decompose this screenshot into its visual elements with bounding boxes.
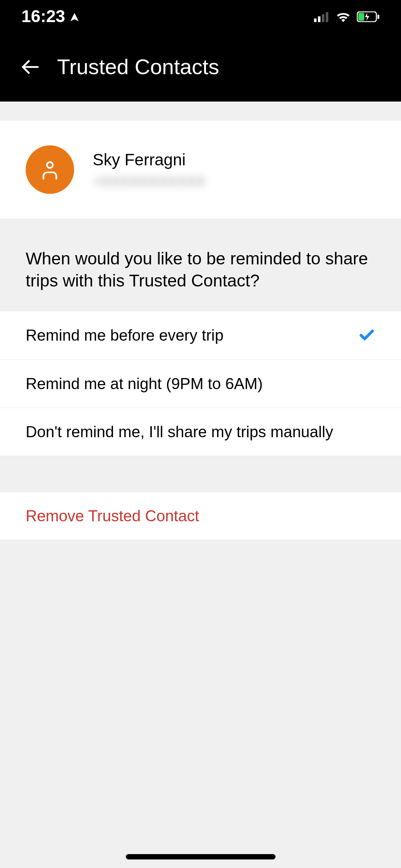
battery-icon	[357, 6, 380, 26]
contact-name: Sky Ferragni	[93, 150, 206, 169]
reminder-question: When would you like to be reminded to sh…	[26, 248, 375, 292]
home-indicator[interactable]	[126, 854, 276, 859]
status-bar: 16:23	[0, 0, 401, 32]
status-icons	[314, 6, 380, 26]
status-time: 16:23	[21, 6, 65, 26]
app-header: Trusted Contacts	[0, 32, 401, 102]
svg-rect-6	[377, 15, 379, 19]
status-time-area: 16:23	[21, 6, 79, 26]
contact-phone: +XXXXXXXXXXX	[93, 174, 206, 190]
page-title: Trusted Contacts	[57, 55, 219, 79]
svg-rect-3	[326, 12, 328, 22]
reminder-question-section: When would you like to be reminded to sh…	[0, 219, 401, 311]
check-icon	[358, 326, 375, 345]
option-every-trip[interactable]: Remind me before every trip	[0, 311, 401, 360]
person-icon	[39, 159, 61, 181]
option-manual[interactable]: Don't remind me, I'll share my trips man…	[0, 408, 401, 456]
option-night[interactable]: Remind me at night (9PM to 6AM)	[0, 360, 401, 408]
avatar	[26, 145, 74, 194]
svg-rect-5	[358, 13, 364, 21]
location-icon	[70, 6, 79, 26]
svg-rect-2	[322, 14, 324, 22]
svg-rect-1	[318, 16, 320, 22]
svg-point-8	[47, 162, 53, 168]
cellular-icon	[314, 6, 330, 26]
remove-section: Remove Trusted Contact	[0, 492, 401, 540]
remove-label: Remove Trusted Contact	[26, 507, 199, 525]
reminder-options-list: Remind me before every trip Remind me at…	[0, 311, 401, 456]
back-button[interactable]	[21, 58, 39, 76]
svg-rect-0	[314, 19, 317, 22]
option-label: Remind me before every trip	[26, 326, 223, 344]
option-label: Don't remind me, I'll share my trips man…	[26, 423, 333, 441]
wifi-icon	[335, 6, 351, 26]
contact-info: Sky Ferragni +XXXXXXXXXXX	[93, 150, 206, 190]
option-label: Remind me at night (9PM to 6AM)	[26, 375, 263, 393]
remove-contact-button[interactable]: Remove Trusted Contact	[0, 492, 401, 540]
contact-card[interactable]: Sky Ferragni +XXXXXXXXXXX	[0, 120, 401, 219]
